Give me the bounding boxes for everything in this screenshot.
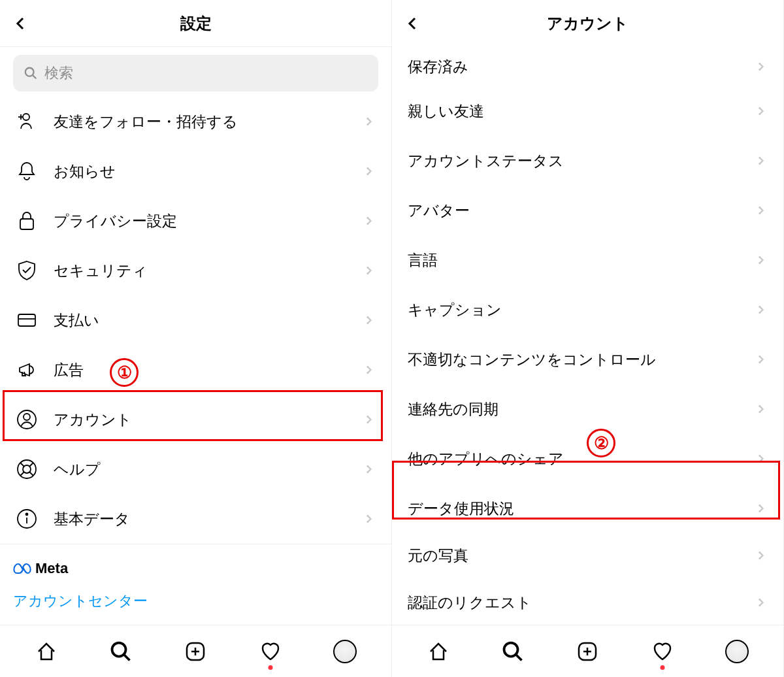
account-item-share-other-apps[interactable]: 他のアプリへのシェア — [392, 434, 783, 484]
settings-item-ads[interactable]: 広告 — [0, 345, 391, 395]
account-item-data-usage[interactable]: データ使用状況 — [392, 484, 783, 533]
notification-dot — [660, 665, 664, 670]
settings-item-help[interactable]: ヘルプ — [0, 444, 391, 494]
settings-header: 設定 — [0, 0, 391, 47]
account-item-sensitive-content[interactable]: 不適切なコンテンツをコントロール — [392, 335, 783, 384]
chevron-right-icon — [755, 254, 768, 267]
row-label: アカウントステータス — [408, 151, 739, 171]
settings-item-account[interactable]: アカウント — [0, 395, 391, 444]
tab-create[interactable] — [181, 637, 210, 666]
avatar-icon — [725, 640, 749, 663]
meta-logo: Meta — [13, 560, 378, 577]
chevron-right-icon — [755, 549, 768, 562]
avatar-icon — [333, 640, 357, 663]
row-label: 他のアプリへのシェア — [408, 449, 739, 469]
account-item-verification[interactable]: 認証のリクエスト — [392, 578, 783, 625]
row-label: 連絡先の同期 — [408, 399, 739, 420]
account-body: 保存済み 親しい友達 アカウントステータス アバター 言語 キャプション 不適切… — [392, 47, 783, 625]
meta-footer: Meta アカウントセンター — [0, 544, 391, 621]
chevron-right-icon — [363, 463, 376, 476]
tab-activity[interactable] — [648, 637, 677, 666]
row-label: ヘルプ — [54, 459, 347, 480]
chevron-right-icon — [755, 452, 768, 465]
tab-profile[interactable] — [723, 637, 751, 666]
chevron-right-icon — [755, 596, 768, 609]
search-icon — [24, 66, 38, 80]
chevron-right-icon — [755, 60, 768, 73]
account-item-contacts-sync[interactable]: 連絡先の同期 — [392, 384, 783, 434]
chevron-right-icon — [363, 115, 376, 128]
tab-bar — [392, 625, 783, 677]
settings-item-privacy[interactable]: プライバシー設定 — [0, 196, 391, 246]
chevron-right-icon — [755, 204, 768, 217]
chevron-right-icon — [755, 105, 768, 118]
account-header: アカウント — [392, 0, 783, 47]
account-center-link[interactable]: アカウントセンター — [13, 589, 378, 614]
chevron-right-icon — [363, 363, 376, 376]
settings-item-payments[interactable]: 支払い — [0, 295, 391, 345]
tab-search[interactable] — [106, 637, 135, 666]
card-icon — [16, 309, 38, 331]
chevron-right-icon — [363, 413, 376, 426]
settings-screen: 設定 検索 友達をフォロー・招待する お知らせ プライバシー設定 セキュリティ — [0, 0, 392, 677]
row-label: 親しい友達 — [408, 101, 739, 122]
tab-profile[interactable] — [331, 637, 359, 666]
search-input[interactable]: 検索 — [13, 55, 378, 91]
tab-search[interactable] — [498, 637, 527, 666]
settings-item-security[interactable]: セキュリティ — [0, 246, 391, 295]
tab-activity[interactable] — [256, 637, 285, 666]
row-label: お知らせ — [54, 161, 347, 182]
account-item-original-photos[interactable]: 元の写真 — [392, 533, 783, 578]
chevron-right-icon — [755, 353, 768, 366]
row-label: 不適切なコンテンツをコントロール — [408, 350, 739, 370]
chevron-right-icon — [363, 314, 376, 327]
tab-home[interactable] — [424, 637, 453, 666]
back-button[interactable] — [10, 13, 31, 34]
megaphone-icon — [16, 359, 38, 381]
row-label: 言語 — [408, 250, 739, 271]
row-label: アカウント — [54, 410, 347, 430]
row-label: 元の写真 — [408, 546, 739, 566]
chevron-right-icon — [363, 264, 376, 277]
row-label: 支払い — [54, 310, 347, 331]
user-circle-icon — [16, 408, 38, 431]
account-item-close-friends[interactable]: 親しい友達 — [392, 86, 783, 136]
settings-item-follow-invite[interactable]: 友達をフォロー・招待する — [0, 97, 391, 146]
account-item-status[interactable]: アカウントステータス — [392, 136, 783, 186]
row-label: 基本データ — [54, 509, 347, 529]
chevron-right-icon — [755, 303, 768, 316]
row-label: キャプション — [408, 300, 739, 320]
row-label: 保存済み — [408, 57, 739, 77]
tab-bar — [0, 625, 391, 677]
settings-title: 設定 — [180, 13, 212, 34]
row-label: 広告 — [54, 360, 347, 380]
tab-home[interactable] — [32, 637, 61, 666]
row-label: 認証のリクエスト — [408, 593, 739, 613]
row-label: データ使用状況 — [408, 499, 739, 519]
chevron-right-icon — [755, 154, 768, 167]
settings-item-about[interactable]: 基本データ — [0, 494, 391, 544]
lock-icon — [16, 210, 38, 232]
account-item-captions[interactable]: キャプション — [392, 285, 783, 335]
account-item-language[interactable]: 言語 — [392, 235, 783, 285]
bell-icon — [16, 160, 38, 182]
chevron-right-icon — [363, 214, 376, 227]
settings-item-notifications[interactable]: お知らせ — [0, 146, 391, 196]
chevron-right-icon — [363, 165, 376, 178]
row-label: アバター — [408, 201, 739, 221]
row-label: プライバシー設定 — [54, 211, 347, 231]
meta-logo-icon — [13, 562, 31, 575]
back-button[interactable] — [402, 13, 423, 34]
row-label: セキュリティ — [54, 261, 347, 281]
account-item-saved[interactable]: 保存済み — [392, 47, 783, 86]
shield-icon — [16, 259, 38, 282]
account-item-avatar[interactable]: アバター — [392, 186, 783, 235]
buoy-icon — [16, 458, 38, 480]
account-title: アカウント — [547, 13, 629, 34]
row-label: 友達をフォロー・招待する — [54, 112, 347, 132]
chevron-right-icon — [755, 403, 768, 416]
search-placeholder: 検索 — [44, 63, 73, 83]
settings-body: 検索 友達をフォロー・招待する お知らせ プライバシー設定 セキュリティ 支払い — [0, 47, 391, 625]
info-icon — [16, 508, 38, 530]
tab-create[interactable] — [573, 637, 602, 666]
